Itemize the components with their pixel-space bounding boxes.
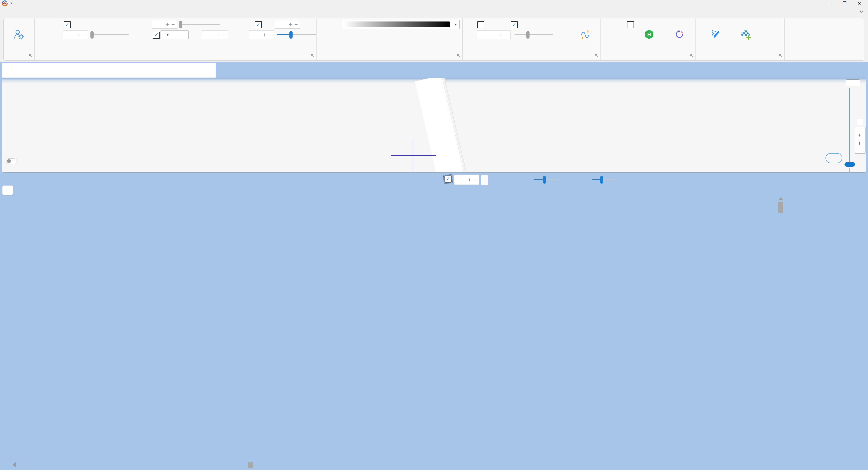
close-icon[interactable]: ✕ bbox=[853, 0, 866, 7]
horizontal-zoom-slider[interactable] bbox=[534, 179, 558, 180]
contrast-slider[interactable] bbox=[277, 34, 316, 35]
axis-ns-button[interactable] bbox=[2, 185, 13, 195]
hilbert-checkbox[interactable] bbox=[627, 21, 634, 28]
velocity-spinner[interactable]: +− bbox=[477, 31, 511, 39]
ribbon-group-hilbert: H bbox=[600, 18, 696, 60]
load-3d-icon bbox=[740, 29, 751, 39]
velocity-slider[interactable] bbox=[515, 34, 553, 35]
view-tabs bbox=[2, 63, 216, 78]
bg-remove-checkbox[interactable] bbox=[153, 32, 160, 39]
road-band bbox=[415, 78, 466, 173]
crosshair-horizontal bbox=[391, 155, 436, 156]
show-vehicle-toggle[interactable] bbox=[6, 158, 17, 164]
dialog-launcher-icon[interactable] bbox=[311, 54, 314, 58]
ribbon: +− +− ▼ +− bbox=[0, 18, 868, 62]
road-edge-line bbox=[441, 78, 464, 171]
cscan-strip-image[interactable] bbox=[415, 79, 448, 173]
application-window: ▼ — ❐ ✕ ˅ bbox=[0, 0, 868, 470]
import-file-button[interactable] bbox=[5, 20, 33, 51]
ribbon-group-palette: ▼ bbox=[316, 18, 463, 60]
vertical-ruler bbox=[0, 195, 14, 460]
vertical-scrollbar-thumb[interactable] bbox=[778, 202, 783, 213]
dialog-launcher-icon[interactable] bbox=[457, 54, 461, 58]
palette-gradient bbox=[344, 22, 450, 27]
linear-gain-spinner[interactable]: +− bbox=[63, 31, 88, 39]
app-logo-icon bbox=[2, 0, 8, 6]
dialog-launcher-icon[interactable] bbox=[690, 54, 694, 58]
generate-3d-icon bbox=[711, 29, 721, 39]
hilbert-h-icon: H bbox=[644, 29, 654, 39]
reload-icon bbox=[675, 29, 684, 39]
show-button[interactable] bbox=[826, 153, 842, 163]
auto-gain-checkbox[interactable] bbox=[64, 21, 71, 28]
title-bar: ▼ — ❐ ✕ bbox=[0, 0, 868, 7]
ribbon-panel: +− +− ▼ +− bbox=[3, 18, 864, 61]
contrast-spinner[interactable]: +− bbox=[249, 31, 274, 39]
bg-remove-method-dropdown[interactable]: ▼ bbox=[160, 30, 189, 39]
bscan-toolbar: +− bbox=[0, 173, 868, 186]
dialog-launcher-icon[interactable] bbox=[29, 54, 33, 58]
vertical-zoom-slider[interactable] bbox=[592, 179, 616, 180]
minimize-icon[interactable]: — bbox=[822, 0, 835, 7]
dialog-launcher-icon[interactable] bbox=[595, 54, 598, 58]
depth-slider-track-end bbox=[849, 168, 850, 172]
sine-wave-icon bbox=[580, 29, 590, 39]
exp-gain-spinner[interactable]: +− bbox=[152, 20, 177, 29]
projection-checkbox[interactable] bbox=[857, 119, 863, 125]
import-file-icon bbox=[14, 29, 24, 39]
exp-gain-slider[interactable] bbox=[179, 24, 220, 25]
hilbert-apply-all-button[interactable]: H bbox=[635, 20, 663, 51]
horizontal-scrollbar-thumb[interactable] bbox=[248, 462, 253, 468]
menu-tabs bbox=[0, 7, 868, 18]
avg-window-spinner[interactable]: +− bbox=[275, 20, 300, 29]
cscan-viewport[interactable]: ＋ − bbox=[2, 78, 866, 173]
bg-window-spinner[interactable]: +− bbox=[202, 31, 228, 39]
viewport-collapse-button[interactable] bbox=[846, 79, 860, 86]
depth-slider-thumb[interactable] bbox=[844, 162, 855, 167]
depth-spinner-text: ＋ − bbox=[856, 129, 863, 145]
scroll-up-arrow[interactable] bbox=[778, 197, 783, 200]
load-last-data-button[interactable] bbox=[664, 20, 695, 51]
crosshair-vertical bbox=[413, 139, 413, 172]
chevron-down-icon[interactable]: ˅ bbox=[860, 9, 863, 16]
chevron-down-icon: ▼ bbox=[166, 33, 169, 37]
generate-3d-button[interactable] bbox=[701, 20, 730, 51]
ribbon-group-3d bbox=[695, 18, 784, 60]
system-palette-dropdown[interactable]: ▼ bbox=[342, 20, 460, 29]
restore-icon[interactable]: ❐ bbox=[838, 0, 851, 7]
menu-bar: ˅ bbox=[0, 7, 868, 18]
load-last-data-button[interactable] bbox=[481, 175, 488, 185]
dialog-launcher-icon[interactable] bbox=[779, 54, 782, 58]
chevron-down-icon: ▼ bbox=[454, 23, 457, 26]
speed-priority-checkbox[interactable] bbox=[511, 21, 518, 28]
svg-text:H: H bbox=[647, 32, 651, 37]
cut-zero-checkbox[interactable] bbox=[444, 176, 452, 182]
depth-slider-track[interactable] bbox=[849, 88, 850, 163]
moving-avg-checkbox[interactable] bbox=[255, 21, 262, 28]
ribbon-group-project bbox=[4, 18, 35, 60]
load-3d-button[interactable] bbox=[731, 20, 760, 51]
migration-apply-all-button[interactable] bbox=[571, 20, 599, 51]
scroll-left-arrow[interactable] bbox=[13, 462, 16, 468]
linear-gain-slider[interactable] bbox=[90, 34, 129, 35]
horizontal-ruler bbox=[14, 186, 775, 195]
cut-zero-spinner[interactable]: +− bbox=[454, 175, 479, 185]
bscan-radar-image[interactable] bbox=[14, 195, 775, 460]
app-menu-caret-icon[interactable]: ▼ bbox=[10, 2, 12, 4]
ribbon-group-filter: +− +− ▼ +− bbox=[34, 18, 316, 60]
ribbon-group-migration: +− bbox=[462, 18, 600, 60]
migration-checkbox[interactable] bbox=[477, 21, 484, 28]
